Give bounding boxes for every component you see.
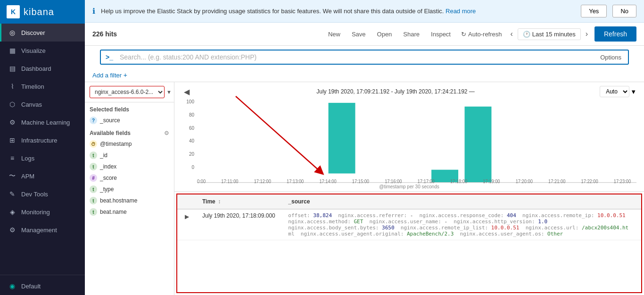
sidebar-item-label: Monitoring [21,209,50,216]
usage-banner: ℹ Help us improve the Elastic Stack by p… [85,0,644,23]
timelion-icon: ⌇ [8,82,17,91]
default-icon: ◉ [8,282,17,290]
sidebar-item-monitoring[interactable]: ◈ Monitoring [0,203,85,221]
banner-yes-button[interactable]: Yes [581,5,607,17]
field-name: _index [100,163,116,170]
banner-text: Help us improve the Elastic Stack by pro… [101,8,575,15]
text-field-icon: t [90,197,97,204]
svg-text:17:11:00: 17:11:00 [221,178,239,184]
sidebar-item-timelion[interactable]: ⌇ Timelion [0,77,85,95]
svg-text:17:13:00: 17:13:00 [287,178,304,184]
svg-text:17:15:00: 17:15:00 [352,178,370,184]
info-icon: ℹ [92,7,95,16]
sidebar-item-label: Infrastructure [21,137,58,144]
new-button[interactable]: New [323,29,345,40]
field-item-score[interactable]: # _score [85,172,174,184]
results-table: Time ↕ _source ▶ [177,194,641,240]
refresh-spin-icon: ↻ [461,31,466,38]
svg-rect-0 [329,103,355,174]
caret-down-icon: ▼ [166,89,172,95]
search-input[interactable] [118,51,594,64]
field-type-question-icon: ? [90,117,97,124]
row-source-cell: offset: 38,824 nginx.access.referrer: - … [282,209,641,240]
sidebar-item-canvas[interactable]: ⬡ Canvas [0,95,85,113]
sidebar-item-label: Machine Learning [21,119,70,126]
expand-col-header [177,194,197,209]
field-name: _source [100,117,120,124]
field-item-index[interactable]: t _index [85,161,174,172]
sidebar-item-label: Visualize [21,47,46,54]
sidebar-item-logs[interactable]: ≡ Logs [0,149,85,167]
share-button[interactable]: Share [398,29,424,40]
field-item-beat-hostname[interactable]: t beat.hostname [85,195,174,206]
banner-read-more-link[interactable]: Read more [446,8,476,15]
sidebar-item-label: Discover [21,29,45,36]
add-filter-link[interactable]: Add a filter + [92,71,127,79]
sidebar-item-devtools[interactable]: ✎ Dev Tools [0,185,85,203]
row-expand-button[interactable]: ▶ [183,212,191,221]
sidebar-item-dashboard[interactable]: ▤ Dashboard [0,59,85,77]
svg-text:17:19:00: 17:19:00 [483,178,500,184]
field-item-id[interactable]: t _id [85,150,174,161]
text-field-icon: t [90,163,97,170]
svg-text:17:22:00: 17:22:00 [581,178,598,184]
clock-field-icon: ⏱ [90,140,97,148]
field-panel: nginx_access-6.6.0-2... ▼ Selected field… [85,82,174,295]
logo-icon: K [7,5,20,18]
sidebar-item-visualize[interactable]: ▦ Visualize [0,42,85,59]
chart-back-button[interactable]: ◀ [182,87,191,96]
visualize-icon: ▦ [8,46,17,55]
canvas-icon: ⬡ [8,100,17,109]
field-name: _type [100,186,114,193]
plus-icon: + [124,71,127,79]
time-prev-button[interactable]: ‹ [508,29,516,39]
main-content: ℹ Help us improve the Elastic Stack by p… [85,0,644,295]
svg-text:17:10:00: 17:10:00 [197,178,206,184]
sidebar-item-ml[interactable]: ⚙ Machine Learning [0,113,85,131]
field-name: _score [100,175,117,181]
time-next-button[interactable]: › [583,29,591,39]
text-field-icon: t [90,185,97,193]
devtools-icon: ✎ [8,190,17,198]
ml-icon: ⚙ [8,118,17,126]
monitoring-icon: ◈ [8,208,17,216]
chart-header: ◀ July 19th 2020, 17:09:21.192 - July 19… [178,82,640,99]
sidebar-item-apm[interactable]: 〜 APM [0,167,85,185]
discover-icon: ◎ [8,28,17,37]
sidebar-item-label: Logs [21,155,34,162]
chart-date-range: July 19th 2020, 17:09:21.192 - July 19th… [195,88,596,95]
options-button[interactable]: Options [594,51,628,64]
field-item-type[interactable]: t _type [85,184,174,195]
time-range-display[interactable]: 🕐 Last 15 minutes [518,28,581,40]
svg-rect-2 [464,107,491,183]
refresh-button[interactable]: Refresh [594,26,636,42]
field-item-beat-name[interactable]: t beat.name [85,206,174,218]
field-item-timestamp[interactable]: ⏱ @timestamp [85,138,174,150]
hits-count: 226 hits [92,30,117,38]
banner-no-button[interactable]: No [612,5,636,17]
auto-refresh-button[interactable]: ↻ Auto-refresh [457,29,506,40]
sidebar-item-management[interactable]: ⚙ Management [0,221,85,239]
chart-area: 100 80 60 40 20 0 [178,99,640,184]
sidebar-item-default[interactable]: ◉ Default [0,277,85,295]
results-panel: ◀ July 19th 2020, 17:09:21.192 - July 19… [174,82,644,295]
content-area: nginx_access-6.6.0-2... ▼ Selected field… [85,82,644,295]
dropdown-caret-icon: ▼ [630,88,636,95]
svg-text:17:14:00: 17:14:00 [319,178,337,184]
inspect-button[interactable]: Inspect [426,29,455,40]
available-fields-title: Available fields [90,130,131,136]
svg-text:17:20:00: 17:20:00 [516,178,533,184]
sidebar-item-label: Management [21,227,57,234]
save-button[interactable]: Save [347,29,371,40]
time-col-header[interactable]: Time ↕ [197,194,282,209]
chart-interval-dropdown[interactable]: Auto [600,86,629,97]
filter-row: Add a filter + [85,68,644,82]
gear-icon[interactable]: ⚙ [164,130,169,136]
sidebar-item-infrastructure[interactable]: ⊞ Infrastructure [0,131,85,149]
index-dropdown[interactable]: nginx_access-6.6.0-2... [90,86,165,98]
sidebar-item-discover[interactable]: ◎ Discover [0,24,85,42]
open-button[interactable]: Open [372,29,397,40]
text-field-icon: t [90,152,97,159]
field-item-source[interactable]: ? _source [85,115,174,126]
svg-text:17:17:00: 17:17:00 [418,178,435,184]
